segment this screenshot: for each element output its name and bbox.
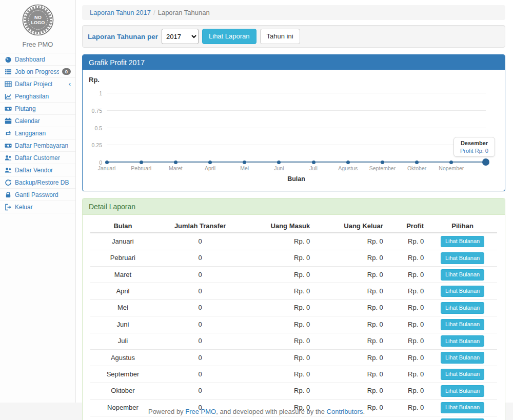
- sign-out-icon: [5, 204, 12, 211]
- table-cell: Rp. 0: [387, 333, 428, 349]
- table-cell: Rp. 0: [245, 233, 314, 250]
- table-action-cell: Lihat Bulanan: [428, 399, 497, 416]
- sidebar-item-label: Daftar Customer: [15, 154, 60, 162]
- table-row: Juni0Rp. 0Rp. 0Rp. 0Lihat Bulanan: [90, 316, 497, 333]
- line-chart-icon: [5, 93, 12, 100]
- table-action-cell: Lihat Bulanan: [428, 316, 497, 333]
- table-cell: 0: [155, 283, 245, 299]
- chart-x-tick-label: Mei: [240, 165, 249, 171]
- sidebar-item-ganti-password[interactable]: Ganti Password: [0, 189, 75, 201]
- table-cell: Rp. 0: [387, 299, 428, 316]
- year-select[interactable]: 2017: [162, 29, 199, 44]
- chart-data-point: [277, 161, 281, 164]
- table-cell: Rp. 0: [245, 299, 314, 316]
- chart-data-point: [449, 161, 453, 164]
- footer-middle: , and developed with pleasure by the: [216, 408, 326, 415]
- table-cell: Mei: [90, 299, 155, 316]
- lihat-bulanan-button[interactable]: Lihat Bulanan: [441, 369, 484, 380]
- table-action-cell: Lihat Bulanan: [428, 233, 497, 250]
- table-cell: Rp. 0: [314, 267, 387, 283]
- footer-suffix: .: [363, 408, 365, 415]
- table-action-cell: Lihat Bulanan: [428, 416, 497, 420]
- lihat-bulanan-button[interactable]: Lihat Bulanan: [441, 286, 484, 297]
- footer-link-contributors[interactable]: Contributors: [327, 408, 363, 415]
- lihat-laporan-button[interactable]: Lihat Laporan: [202, 29, 256, 44]
- table-cell: September: [90, 366, 155, 383]
- sidebar-item-label: Ganti Password: [15, 191, 58, 198]
- sidebar-item-keluar[interactable]: Keluar: [0, 201, 75, 213]
- profit-chart: Rp. 10.750.50.250 JanuariPebruariMaretAp…: [83, 70, 505, 191]
- chart-y-tick-label: 0.5: [94, 125, 102, 131]
- main-content: Laporan Tahun 2017/Laporan Tahunan Lapor…: [76, 0, 513, 403]
- table-cell: Rp. 0: [314, 233, 387, 250]
- sidebar-item-daftar-project[interactable]: Daftar Project ‹: [0, 78, 75, 90]
- sidebar-item-calendar[interactable]: Calendar: [0, 115, 75, 127]
- refresh-icon: [5, 179, 12, 186]
- sidebar-item-backup-restore-db[interactable]: Backup/Restore DB: [0, 176, 75, 189]
- tasks-icon: [5, 68, 12, 75]
- lihat-bulanan-button[interactable]: Lihat Bulanan: [441, 302, 484, 313]
- chart-tooltip-title: Desember: [460, 140, 488, 146]
- money-icon: [5, 142, 12, 149]
- table-row: April0Rp. 0Rp. 0Rp. 0Lihat Bulanan: [90, 283, 497, 299]
- table-cell: Rp. 0: [314, 366, 387, 383]
- table-action-cell: Lihat Bulanan: [428, 267, 497, 283]
- sidebar-item-label: Calendar: [15, 117, 40, 125]
- footer-link-free-pmo[interactable]: Free PMO: [185, 408, 216, 415]
- sidebar-item-job-on-progress[interactable]: Job on Progress 0: [0, 66, 75, 78]
- sidebar-item-piutang[interactable]: Piutang: [0, 103, 75, 115]
- sidebar-nav: Dashboard Job on Progress 0 Daftar Proje…: [0, 53, 75, 213]
- breadcrumb-separator: /: [153, 9, 155, 16]
- table-cell: Rp. 0: [314, 316, 387, 333]
- sidebar-item-daftar-pembayaran[interactable]: Daftar Pembayaran: [0, 139, 75, 152]
- table-cell: Oktober: [90, 383, 155, 399]
- sidebar-item-dashboard[interactable]: Dashboard: [0, 53, 75, 66]
- table-cell: Rp. 0: [387, 267, 428, 283]
- chart-gridline: 0.25: [107, 145, 486, 145]
- money-icon: [5, 105, 12, 112]
- sidebar-item-label: Langganan: [15, 130, 46, 137]
- year-filter-label: Laporan Tahunan per: [88, 33, 158, 41]
- table-cell: Rp. 0: [314, 416, 387, 420]
- lihat-bulanan-button[interactable]: Lihat Bulanan: [441, 402, 484, 413]
- lihat-bulanan-button[interactable]: Lihat Bulanan: [441, 352, 484, 363]
- lihat-bulanan-button[interactable]: Lihat Bulanan: [441, 252, 484, 264]
- sidebar-item-label: Dashboard: [15, 56, 45, 63]
- table-cell: Rp. 0: [387, 316, 428, 333]
- table-cell: Desember: [90, 416, 155, 420]
- sidebar-item-daftar-vendor[interactable]: Daftar Vendor: [0, 164, 75, 176]
- sidebar-item-daftar-customer[interactable]: Daftar Customer: [0, 152, 75, 164]
- table-cell: Rp. 0: [245, 283, 314, 299]
- chart-x-tick-label: Nopember: [439, 165, 464, 171]
- table-cell: Rp. 0: [387, 383, 428, 399]
- table-cell: Rp. 0: [314, 250, 387, 266]
- lihat-bulanan-button[interactable]: Lihat Bulanan: [441, 319, 484, 330]
- chart-y-tick-label: 0.75: [92, 108, 102, 114]
- table-cell: Rp. 0: [387, 250, 428, 266]
- lihat-bulanan-button[interactable]: Lihat Bulanan: [441, 335, 484, 347]
- sidebar-item-penghasilan[interactable]: Penghasilan: [0, 90, 75, 103]
- breadcrumb-link-laporan-tahun[interactable]: Laporan Tahun 2017: [90, 9, 151, 16]
- chart-data-point: [312, 161, 315, 164]
- sidebar: NO LOGO Free PMO Dashboard Job on Progre…: [0, 0, 76, 403]
- chart-gridline: 1: [107, 93, 486, 93]
- table-cell: 0: [155, 349, 245, 366]
- table-cell: Rp. 0: [245, 333, 314, 349]
- table-cell: 0: [155, 250, 245, 266]
- chart-x-tick-label: Juli: [309, 165, 318, 171]
- chart-gridline: 0.75: [107, 110, 486, 111]
- tahun-ini-button[interactable]: Tahun ini: [260, 29, 300, 44]
- breadcrumb: Laporan Tahun 2017/Laporan Tahunan: [82, 5, 505, 20]
- lihat-bulanan-button[interactable]: Lihat Bulanan: [441, 236, 484, 247]
- table-icon: [5, 81, 12, 88]
- table-cell: Rp. 0: [314, 283, 387, 299]
- lihat-bulanan-button[interactable]: Lihat Bulanan: [441, 269, 484, 281]
- year-filter-bar: Laporan Tahunan per 2017 Lihat Laporan T…: [82, 25, 505, 48]
- table-action-cell: Lihat Bulanan: [428, 299, 497, 316]
- retweet-icon: [5, 130, 12, 137]
- chevron-left-icon: ‹: [69, 81, 71, 87]
- profit-chart-panel: Grafik Profit 2017 Rp. 10.750.50.250 Jan…: [82, 54, 505, 191]
- lihat-bulanan-button[interactable]: Lihat Bulanan: [441, 385, 484, 396]
- column-header-pilihan: Pilihan: [428, 219, 497, 233]
- sidebar-item-langganan[interactable]: Langganan: [0, 127, 75, 139]
